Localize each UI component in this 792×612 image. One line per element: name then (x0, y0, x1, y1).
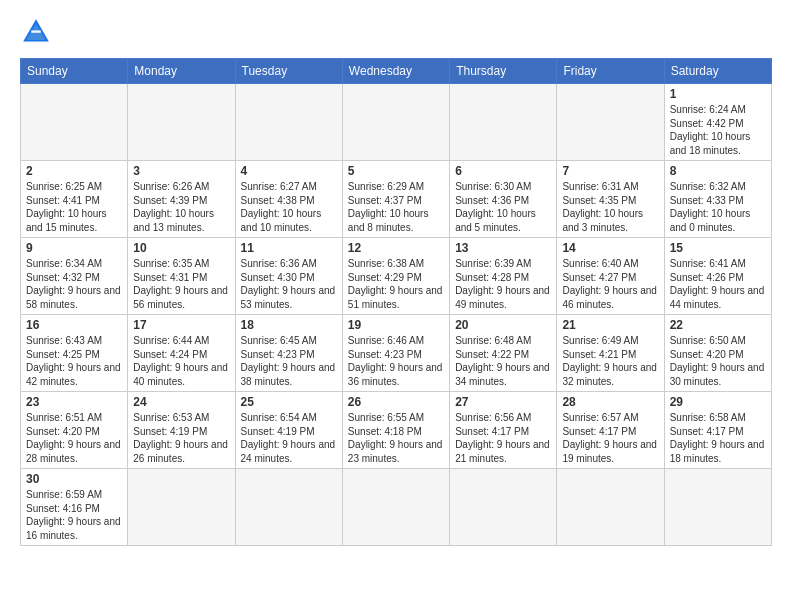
day-number: 10 (133, 241, 229, 255)
calendar-cell (557, 84, 664, 161)
day-info: Sunrise: 6:38 AM Sunset: 4:29 PM Dayligh… (348, 257, 444, 311)
day-info: Sunrise: 6:43 AM Sunset: 4:25 PM Dayligh… (26, 334, 122, 388)
day-number: 28 (562, 395, 658, 409)
calendar-week-0: 1Sunrise: 6:24 AM Sunset: 4:42 PM Daylig… (21, 84, 772, 161)
logo (20, 16, 56, 48)
calendar-cell (235, 84, 342, 161)
day-info: Sunrise: 6:57 AM Sunset: 4:17 PM Dayligh… (562, 411, 658, 465)
day-number: 7 (562, 164, 658, 178)
calendar-cell: 1Sunrise: 6:24 AM Sunset: 4:42 PM Daylig… (664, 84, 771, 161)
day-info: Sunrise: 6:50 AM Sunset: 4:20 PM Dayligh… (670, 334, 766, 388)
day-info: Sunrise: 6:31 AM Sunset: 4:35 PM Dayligh… (562, 180, 658, 234)
day-number: 26 (348, 395, 444, 409)
day-info: Sunrise: 6:46 AM Sunset: 4:23 PM Dayligh… (348, 334, 444, 388)
day-number: 30 (26, 472, 122, 486)
day-number: 21 (562, 318, 658, 332)
calendar-week-2: 9Sunrise: 6:34 AM Sunset: 4:32 PM Daylig… (21, 238, 772, 315)
calendar-cell: 12Sunrise: 6:38 AM Sunset: 4:29 PM Dayli… (342, 238, 449, 315)
calendar-cell (450, 469, 557, 546)
calendar-cell: 6Sunrise: 6:30 AM Sunset: 4:36 PM Daylig… (450, 161, 557, 238)
calendar-cell (128, 84, 235, 161)
day-info: Sunrise: 6:29 AM Sunset: 4:37 PM Dayligh… (348, 180, 444, 234)
day-info: Sunrise: 6:24 AM Sunset: 4:42 PM Dayligh… (670, 103, 766, 157)
day-info: Sunrise: 6:54 AM Sunset: 4:19 PM Dayligh… (241, 411, 337, 465)
header (20, 16, 772, 48)
calendar-cell: 28Sunrise: 6:57 AM Sunset: 4:17 PM Dayli… (557, 392, 664, 469)
calendar-cell: 11Sunrise: 6:36 AM Sunset: 4:30 PM Dayli… (235, 238, 342, 315)
day-number: 18 (241, 318, 337, 332)
calendar-cell: 27Sunrise: 6:56 AM Sunset: 4:17 PM Dayli… (450, 392, 557, 469)
calendar-cell (557, 469, 664, 546)
day-number: 14 (562, 241, 658, 255)
day-info: Sunrise: 6:40 AM Sunset: 4:27 PM Dayligh… (562, 257, 658, 311)
day-number: 19 (348, 318, 444, 332)
svg-rect-2 (31, 30, 41, 32)
calendar-cell: 29Sunrise: 6:58 AM Sunset: 4:17 PM Dayli… (664, 392, 771, 469)
calendar-cell (450, 84, 557, 161)
day-number: 25 (241, 395, 337, 409)
weekday-header-tuesday: Tuesday (235, 59, 342, 84)
day-info: Sunrise: 6:41 AM Sunset: 4:26 PM Dayligh… (670, 257, 766, 311)
day-info: Sunrise: 6:51 AM Sunset: 4:20 PM Dayligh… (26, 411, 122, 465)
calendar-cell: 21Sunrise: 6:49 AM Sunset: 4:21 PM Dayli… (557, 315, 664, 392)
day-number: 9 (26, 241, 122, 255)
day-number: 3 (133, 164, 229, 178)
calendar-body: 1Sunrise: 6:24 AM Sunset: 4:42 PM Daylig… (21, 84, 772, 546)
day-info: Sunrise: 6:32 AM Sunset: 4:33 PM Dayligh… (670, 180, 766, 234)
day-info: Sunrise: 6:25 AM Sunset: 4:41 PM Dayligh… (26, 180, 122, 234)
calendar-cell: 16Sunrise: 6:43 AM Sunset: 4:25 PM Dayli… (21, 315, 128, 392)
calendar-week-5: 30Sunrise: 6:59 AM Sunset: 4:16 PM Dayli… (21, 469, 772, 546)
calendar-cell: 20Sunrise: 6:48 AM Sunset: 4:22 PM Dayli… (450, 315, 557, 392)
calendar-cell: 5Sunrise: 6:29 AM Sunset: 4:37 PM Daylig… (342, 161, 449, 238)
weekday-header-friday: Friday (557, 59, 664, 84)
calendar-week-4: 23Sunrise: 6:51 AM Sunset: 4:20 PM Dayli… (21, 392, 772, 469)
page: SundayMondayTuesdayWednesdayThursdayFrid… (0, 0, 792, 612)
day-number: 1 (670, 87, 766, 101)
day-number: 23 (26, 395, 122, 409)
calendar-cell: 10Sunrise: 6:35 AM Sunset: 4:31 PM Dayli… (128, 238, 235, 315)
day-number: 11 (241, 241, 337, 255)
weekday-header-row: SundayMondayTuesdayWednesdayThursdayFrid… (21, 59, 772, 84)
day-number: 8 (670, 164, 766, 178)
calendar-cell: 9Sunrise: 6:34 AM Sunset: 4:32 PM Daylig… (21, 238, 128, 315)
calendar-cell: 18Sunrise: 6:45 AM Sunset: 4:23 PM Dayli… (235, 315, 342, 392)
calendar-cell (664, 469, 771, 546)
calendar-cell: 23Sunrise: 6:51 AM Sunset: 4:20 PM Dayli… (21, 392, 128, 469)
calendar-cell: 7Sunrise: 6:31 AM Sunset: 4:35 PM Daylig… (557, 161, 664, 238)
calendar-cell: 24Sunrise: 6:53 AM Sunset: 4:19 PM Dayli… (128, 392, 235, 469)
weekday-header-sunday: Sunday (21, 59, 128, 84)
day-number: 2 (26, 164, 122, 178)
day-info: Sunrise: 6:58 AM Sunset: 4:17 PM Dayligh… (670, 411, 766, 465)
weekday-header-wednesday: Wednesday (342, 59, 449, 84)
day-number: 16 (26, 318, 122, 332)
day-info: Sunrise: 6:55 AM Sunset: 4:18 PM Dayligh… (348, 411, 444, 465)
calendar-cell: 4Sunrise: 6:27 AM Sunset: 4:38 PM Daylig… (235, 161, 342, 238)
calendar-cell (342, 84, 449, 161)
day-number: 29 (670, 395, 766, 409)
day-info: Sunrise: 6:39 AM Sunset: 4:28 PM Dayligh… (455, 257, 551, 311)
calendar-cell: 26Sunrise: 6:55 AM Sunset: 4:18 PM Dayli… (342, 392, 449, 469)
calendar-cell: 2Sunrise: 6:25 AM Sunset: 4:41 PM Daylig… (21, 161, 128, 238)
calendar-cell: 3Sunrise: 6:26 AM Sunset: 4:39 PM Daylig… (128, 161, 235, 238)
day-info: Sunrise: 6:48 AM Sunset: 4:22 PM Dayligh… (455, 334, 551, 388)
day-number: 5 (348, 164, 444, 178)
day-info: Sunrise: 6:30 AM Sunset: 4:36 PM Dayligh… (455, 180, 551, 234)
weekday-header-saturday: Saturday (664, 59, 771, 84)
calendar-cell (342, 469, 449, 546)
day-number: 24 (133, 395, 229, 409)
calendar-cell: 19Sunrise: 6:46 AM Sunset: 4:23 PM Dayli… (342, 315, 449, 392)
day-info: Sunrise: 6:49 AM Sunset: 4:21 PM Dayligh… (562, 334, 658, 388)
day-info: Sunrise: 6:35 AM Sunset: 4:31 PM Dayligh… (133, 257, 229, 311)
day-info: Sunrise: 6:45 AM Sunset: 4:23 PM Dayligh… (241, 334, 337, 388)
calendar-cell: 25Sunrise: 6:54 AM Sunset: 4:19 PM Dayli… (235, 392, 342, 469)
calendar-cell: 17Sunrise: 6:44 AM Sunset: 4:24 PM Dayli… (128, 315, 235, 392)
day-info: Sunrise: 6:34 AM Sunset: 4:32 PM Dayligh… (26, 257, 122, 311)
calendar-cell: 14Sunrise: 6:40 AM Sunset: 4:27 PM Dayli… (557, 238, 664, 315)
day-number: 27 (455, 395, 551, 409)
calendar-cell (128, 469, 235, 546)
day-info: Sunrise: 6:36 AM Sunset: 4:30 PM Dayligh… (241, 257, 337, 311)
day-info: Sunrise: 6:26 AM Sunset: 4:39 PM Dayligh… (133, 180, 229, 234)
day-info: Sunrise: 6:59 AM Sunset: 4:16 PM Dayligh… (26, 488, 122, 542)
calendar-cell: 8Sunrise: 6:32 AM Sunset: 4:33 PM Daylig… (664, 161, 771, 238)
day-info: Sunrise: 6:44 AM Sunset: 4:24 PM Dayligh… (133, 334, 229, 388)
